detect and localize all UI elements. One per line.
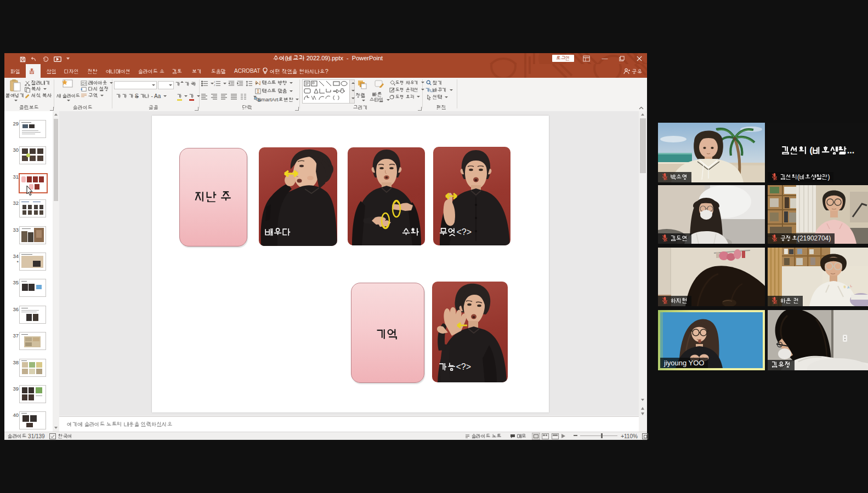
svg-text:2: 2: [214, 84, 215, 87]
svg-text:A: A: [847, 286, 850, 290]
svg-text:1: 1: [214, 81, 215, 83]
svg-text:B: B: [843, 285, 846, 289]
